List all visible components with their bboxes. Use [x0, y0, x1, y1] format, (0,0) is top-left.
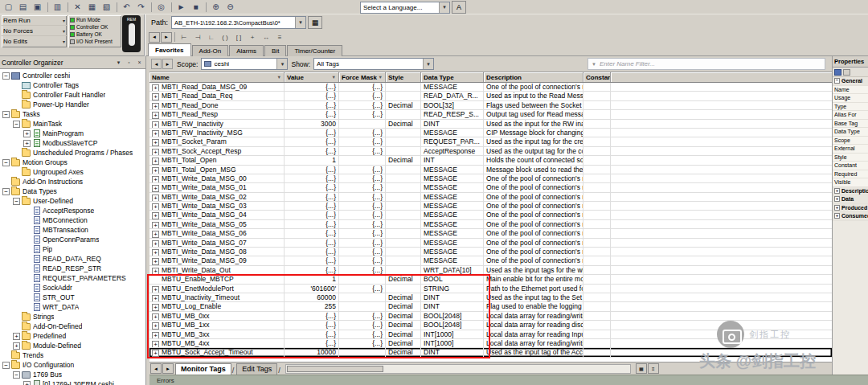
tree-item-1769-bus[interactable]: −1769 Bus: [0, 370, 145, 379]
tag-value-cell[interactable]: 1: [285, 156, 339, 164]
tag-name-cell[interactable]: +MBTI_RW_Inactivity: [149, 120, 285, 128]
tag-row-mbti-write-data-msg-05[interactable]: +MBTI_Write_Data_MSG_05{...}{...}MESSAGE…: [149, 220, 832, 229]
contact-icon[interactable]: ∟: [205, 32, 218, 43]
instruction-tab-add-on[interactable]: Add-On: [192, 45, 229, 56]
tag-row-mbti-write-data-msg-02[interactable]: +MBTI_Write_Data_MSG_02{...}{...}MESSAGE…: [149, 193, 832, 202]
tree-toggle-icon[interactable]: −: [2, 111, 10, 118]
expand-icon[interactable]: +: [152, 286, 159, 293]
tag-desc-cell[interactable]: Local data array for reading Input Re...: [484, 330, 583, 338]
expand-icon[interactable]: +: [152, 112, 159, 118]
tree-item-tasks[interactable]: −Tasks: [0, 109, 145, 119]
tag-name-cell[interactable]: +MBTU_MB_1xx: [149, 321, 285, 329]
tag-name-cell[interactable]: MBTU_Enable_MBTCP: [149, 275, 285, 283]
tag-name-cell[interactable]: +MBTI_Write_Data_Out: [149, 266, 285, 274]
tree-toggle-icon[interactable]: +: [23, 381, 31, 385]
tag-row-mbti-socket-param[interactable]: +MBTI_Socket_Param{...}{...}REQUEST_PAR.…: [149, 137, 832, 146]
property-item-style[interactable]: Style: [833, 154, 868, 162]
tag-style-cell[interactable]: Decimal: [386, 275, 421, 283]
scope-forward-button[interactable]: ►: [162, 59, 173, 69]
tree-toggle-icon[interactable]: +: [13, 333, 20, 340]
tag-value-cell[interactable]: {...}: [285, 266, 339, 274]
tag-name-cell[interactable]: +MBTI_Write_Data_MSG_07: [149, 239, 285, 247]
tag-desc-cell[interactable]: Message block used to read the cur...: [484, 166, 583, 174]
tag-desc-cell[interactable]: One of the pool of connection's read ...: [484, 193, 583, 201]
tag-row-mbtu-log-enable[interactable]: +MBTU_Log_Enable255DecimalDINTFlag used …: [149, 302, 832, 311]
show-select[interactable]: All Tags ▾: [313, 58, 434, 70]
tree-item-mbtransaction[interactable]: MBTransaction: [0, 225, 145, 235]
undo-icon[interactable]: ↶: [120, 1, 133, 13]
tag-desc-cell[interactable]: Local data array for reading/writing ...: [484, 312, 583, 320]
tag-row-mbti-write-data-msg-03[interactable]: +MBTI_Write_Data_MSG_03{...}{...}MESSAGE…: [149, 202, 832, 211]
tag-style-cell[interactable]: Decimal: [386, 321, 421, 329]
tree-item-controller-fault-handler[interactable]: Controller Fault Handler: [0, 90, 145, 100]
tag-type-cell[interactable]: MESSAGE: [421, 183, 484, 191]
horizontal-scrollbar[interactable]: [285, 364, 631, 374]
tree-toggle-icon[interactable]: −: [2, 362, 10, 369]
expand-icon[interactable]: +: [152, 121, 159, 128]
run-icon[interactable]: ►: [174, 1, 188, 13]
tag-value-cell[interactable]: 255: [285, 302, 339, 310]
expand-icon[interactable]: +: [152, 249, 159, 256]
tag-desc-cell[interactable]: One of the pool of connection's read ...: [484, 183, 583, 191]
tag-value-cell[interactable]: {...}: [285, 166, 339, 174]
redo-icon[interactable]: ↷: [134, 1, 148, 13]
tag-value-cell[interactable]: {...}: [285, 321, 339, 329]
tag-type-cell[interactable]: MESSAGE: [421, 220, 484, 228]
tag-style-cell[interactable]: Decimal: [386, 156, 421, 164]
scope-back-button[interactable]: ◄: [151, 59, 162, 69]
tree-item-motion-groups[interactable]: −Motion Groups: [0, 158, 145, 167]
status-mode-no-forces[interactable]: No Forces▾: [2, 26, 67, 36]
column-header-data-type[interactable]: Data Type: [421, 72, 484, 82]
tag-type-cell[interactable]: MESSAGE: [421, 83, 484, 91]
chevron-down-icon[interactable]: ▾: [295, 17, 305, 28]
tag-type-cell[interactable]: MESSAGE: [421, 193, 484, 201]
tag-desc-cell[interactable]: Holds the count of connected socke...: [484, 156, 583, 164]
tag-value-cell[interactable]: {...}: [285, 129, 339, 137]
search-icon[interactable]: ◎: [154, 1, 168, 13]
expand-icon[interactable]: +: [152, 93, 159, 100]
tag-force-cell[interactable]: {...}: [339, 239, 386, 247]
tree-item-strings[interactable]: Strings: [0, 312, 145, 322]
tag-value-cell[interactable]: {...}: [285, 229, 339, 237]
sort-filter-icon[interactable]: ▼: [277, 75, 281, 80]
tag-force-cell[interactable]: {...}: [339, 183, 386, 191]
tag-value-cell[interactable]: 3000: [285, 120, 339, 128]
tag-name-cell[interactable]: +MBTI_Write_Data_MSG_03: [149, 202, 285, 210]
tag-const-cell[interactable]: [583, 147, 611, 155]
tag-style-cell[interactable]: [386, 229, 421, 237]
cut-icon[interactable]: ✕: [71, 1, 84, 13]
tag-desc-cell[interactable]: One of the pool of connection's read ...: [484, 239, 583, 247]
tag-style-cell[interactable]: [386, 220, 421, 228]
tree-item-pip[interactable]: Pip: [0, 244, 145, 254]
column-header-force-mask[interactable]: Force Mask▼: [339, 72, 386, 82]
tag-name-cell[interactable]: +MBTI_Total_Open_MSG: [149, 166, 285, 174]
tag-type-cell[interactable]: WRT_DATA[10]: [421, 266, 484, 274]
tree-item-predefined[interactable]: +Predefined: [0, 331, 145, 341]
tag-type-cell[interactable]: MESSAGE: [421, 211, 484, 219]
tree-item-add-on-defined[interactable]: Add-On-Defined: [0, 322, 145, 331]
tag-force-cell[interactable]: {...}: [339, 248, 386, 256]
tag-desc-cell[interactable]: Path to the Ethernet port used for the..…: [484, 285, 583, 293]
tag-force-cell[interactable]: {...}: [339, 229, 386, 237]
tag-type-cell[interactable]: BOOL[2048]: [421, 321, 484, 329]
tag-name-cell[interactable]: +MBTU_EnetModulePort: [149, 285, 285, 293]
tree-item-wrt-data[interactable]: WRT_DATA: [0, 302, 145, 312]
tree-item-mbconnection[interactable]: MBConnection: [0, 215, 145, 225]
tag-type-cell[interactable]: MESSAGE: [421, 248, 484, 256]
language-apply-button[interactable]: A: [452, 1, 466, 14]
property-item-name[interactable]: Name: [833, 86, 868, 95]
tag-force-cell[interactable]: [339, 120, 386, 128]
tag-force-cell[interactable]: {...}: [339, 174, 386, 182]
tree-item-modbusslavetcp[interactable]: +ModbusSlaveTCP: [0, 138, 145, 148]
tab-scroll-right-button[interactable]: ►: [162, 363, 174, 374]
tag-style-cell[interactable]: [386, 137, 421, 145]
tag-value-cell[interactable]: {...}: [285, 220, 339, 228]
expand-icon[interactable]: +: [152, 212, 159, 219]
tag-row-mbti-write-data-out[interactable]: +MBTI_Write_Data_Out{...}{...}WRT_DATA[1…: [149, 266, 832, 275]
property-item-required[interactable]: Required: [833, 170, 868, 179]
tag-const-cell[interactable]: [583, 120, 611, 128]
tag-name-cell[interactable]: +MBTI_Read_Data_MSG_09: [149, 83, 285, 91]
tree-item-0-1769-l30erm-ceshi[interactable]: +[0] 1769-L30ERM ceshi: [0, 379, 145, 385]
tag-desc-cell[interactable]: One of the pool of connection's read ...: [484, 83, 583, 91]
tag-name-cell[interactable]: +MBTI_Read_Data_Req: [149, 92, 285, 100]
